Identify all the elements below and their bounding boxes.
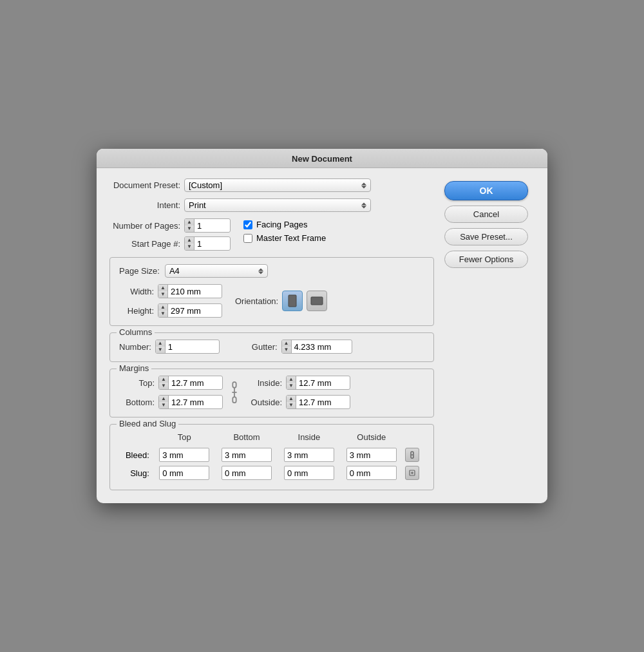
width-spinner: ▲ ▼	[158, 284, 222, 298]
col-number-row: Number: ▲ ▼	[119, 340, 220, 354]
bottom-margin-label: Bottom:	[119, 398, 155, 407]
outside-margin-spin-btns: ▲ ▼	[287, 396, 296, 408]
height-up-btn[interactable]: ▲	[158, 304, 167, 311]
col-top-header: Top	[153, 431, 216, 446]
height-down-btn[interactable]: ▼	[158, 311, 167, 317]
col-outside-header: Outside	[340, 431, 402, 446]
outside-margin-label: Outside:	[246, 398, 282, 407]
height-spin-btns: ▲ ▼	[158, 304, 168, 317]
slug-link-btn[interactable]	[405, 466, 419, 480]
width-input[interactable]	[168, 287, 222, 296]
bleed-outside-input[interactable]	[346, 448, 397, 462]
gutter-down-btn[interactable]: ▼	[282, 347, 291, 353]
inside-margin-input[interactable]	[296, 378, 350, 388]
save-preset-button[interactable]: Save Preset...	[444, 228, 528, 245]
bottom-margin-spin-btns: ▲ ▼	[159, 396, 169, 408]
dimensions-col: Width: ▲ ▼ Height:	[119, 284, 222, 318]
page-size-select[interactable]: A4 A3 A5 Letter Tabloid Custom	[165, 264, 268, 278]
bleed-top-cell	[153, 446, 216, 464]
col-number-down-btn[interactable]: ▼	[156, 347, 165, 353]
height-input[interactable]	[168, 306, 222, 316]
gutter-input[interactable]	[292, 342, 352, 352]
outside-margin-up-btn[interactable]: ▲	[287, 396, 296, 402]
slug-inside-input[interactable]	[284, 466, 334, 480]
bottom-margin-up-btn[interactable]: ▲	[159, 396, 168, 402]
master-text-row: Master Text Frame	[243, 233, 326, 243]
inside-margin-up-btn[interactable]: ▲	[287, 376, 296, 383]
start-page-up-btn[interactable]: ▲	[185, 237, 194, 244]
height-label: Height:	[119, 306, 154, 316]
svg-rect-1	[311, 297, 323, 305]
top-margin-input[interactable]	[169, 378, 222, 388]
new-document-dialog: New Document Document Preset: [Custom] D…	[97, 149, 547, 503]
bottom-margin-spinner: ▲ ▼	[158, 395, 223, 409]
slug-outside-input[interactable]	[346, 466, 397, 480]
bleed-top-input[interactable]	[159, 448, 209, 462]
slug-inside-cell	[278, 464, 340, 482]
width-label: Width:	[119, 287, 154, 296]
intent-select[interactable]: Print Web Digital Publishing	[184, 198, 371, 212]
start-page-row: Start Page #: ▲ ▼	[109, 236, 231, 251]
bottom-margin-row: Bottom: ▲ ▼	[119, 395, 223, 409]
inside-margin-down-btn[interactable]: ▼	[287, 383, 296, 389]
start-page-input[interactable]	[194, 239, 230, 249]
page-size-header: Page Size: A4 A3 A5 Letter Tabloid Custo…	[119, 264, 424, 278]
facing-pages-checkbox[interactable]	[243, 220, 252, 229]
outside-margin-input[interactable]	[296, 398, 350, 407]
preset-row: Document Preset: [Custom] Default Letter…	[109, 178, 434, 192]
margins-group: Margins Top: ▲ ▼	[109, 369, 434, 417]
master-text-checkbox[interactable]	[243, 234, 252, 243]
bleed-row: Bleed:	[119, 446, 424, 464]
columns-group: Columns Number: ▲ ▼ Gutter:	[109, 332, 434, 362]
outside-margin-spinner: ▲ ▼	[286, 395, 350, 409]
landscape-button[interactable]	[307, 291, 327, 311]
height-spinner: ▲ ▼	[158, 303, 222, 318]
portrait-button[interactable]	[282, 291, 303, 311]
width-up-btn[interactable]: ▲	[158, 285, 167, 291]
col-number-input[interactable]	[166, 342, 219, 352]
landscape-icon	[310, 296, 323, 306]
top-margin-row: Top: ▲ ▼	[119, 376, 223, 390]
num-pages-down-btn[interactable]: ▼	[185, 225, 194, 232]
bottom-margin-input[interactable]	[169, 398, 222, 407]
margins-link-icon[interactable]	[227, 379, 242, 405]
col-number-up-btn[interactable]: ▲	[156, 340, 165, 347]
slug-top-input[interactable]	[159, 466, 209, 480]
bleed-bottom-input[interactable]	[222, 448, 272, 462]
col-number-spinner: ▲ ▼	[155, 340, 220, 354]
height-row: Height: ▲ ▼	[119, 303, 222, 318]
margins-left-col: Top: ▲ ▼ Bottom:	[119, 376, 223, 409]
slug-row-label: Slug:	[119, 464, 153, 482]
bleed-inside-input[interactable]	[284, 448, 334, 462]
top-margin-down-btn[interactable]: ▼	[159, 383, 168, 389]
num-pages-up-btn[interactable]: ▲	[185, 219, 194, 225]
num-pages-input[interactable]	[194, 221, 230, 231]
page-size-select-wrapper: A4 A3 A5 Letter Tabloid Custom	[165, 264, 268, 278]
columns-row: Number: ▲ ▼ Gutter:	[119, 340, 424, 354]
title-bar: New Document	[97, 149, 547, 168]
gutter-up-btn[interactable]: ▲	[282, 340, 291, 347]
bottom-margin-down-btn[interactable]: ▼	[159, 402, 168, 408]
margins-right-col: Inside: ▲ ▼ Outside:	[246, 376, 350, 409]
width-down-btn[interactable]: ▼	[158, 291, 167, 298]
fewer-options-button[interactable]: Fewer Options	[444, 251, 528, 268]
top-margin-label: Top:	[119, 378, 155, 388]
top-margin-spinner: ▲ ▼	[158, 376, 223, 390]
slug-link-cell[interactable]	[402, 464, 424, 482]
col-number-spin-btns: ▲ ▼	[156, 340, 166, 353]
bleed-link-cell[interactable]	[402, 446, 424, 464]
cancel-button[interactable]: Cancel	[444, 206, 528, 223]
intent-label: Intent:	[109, 200, 180, 210]
start-page-down-btn[interactable]: ▼	[185, 244, 194, 250]
preset-select[interactable]: [Custom] Default Letter A4	[184, 178, 371, 192]
slug-bottom-input[interactable]	[222, 466, 272, 480]
facing-pages-row: Facing Pages	[243, 220, 326, 229]
bleed-link-btn[interactable]	[405, 448, 419, 462]
ok-button[interactable]: OK	[444, 181, 528, 200]
top-margin-up-btn[interactable]: ▲	[159, 376, 168, 383]
outside-margin-row: Outside: ▲ ▼	[246, 395, 350, 409]
bleed-bottom-cell	[216, 446, 278, 464]
preset-select-wrapper: [Custom] Default Letter A4	[184, 178, 371, 192]
num-pages-spin-btns: ▲ ▼	[185, 219, 194, 232]
outside-margin-down-btn[interactable]: ▼	[287, 402, 296, 408]
